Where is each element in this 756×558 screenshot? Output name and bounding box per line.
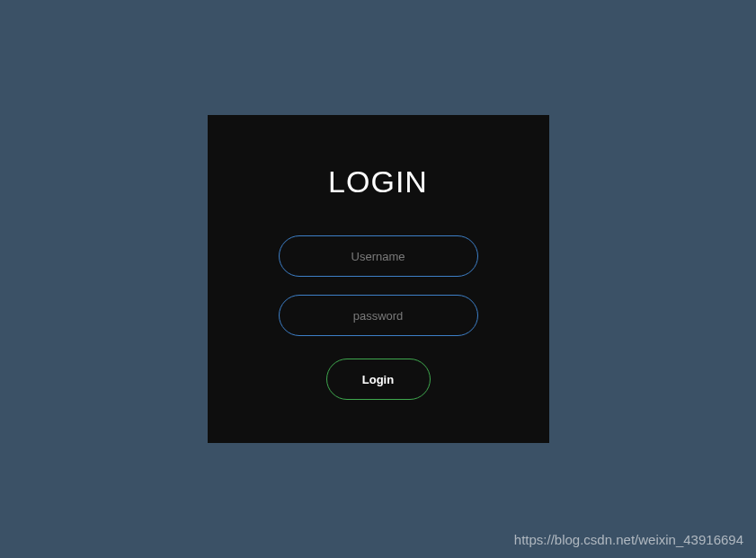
login-panel: LOGIN Login bbox=[208, 115, 549, 443]
login-button[interactable]: Login bbox=[326, 359, 431, 400]
username-input[interactable] bbox=[279, 235, 478, 277]
watermark-text: https://blog.csdn.net/weixin_43916694 bbox=[514, 532, 743, 547]
login-title: LOGIN bbox=[328, 164, 428, 199]
password-input[interactable] bbox=[279, 295, 478, 336]
